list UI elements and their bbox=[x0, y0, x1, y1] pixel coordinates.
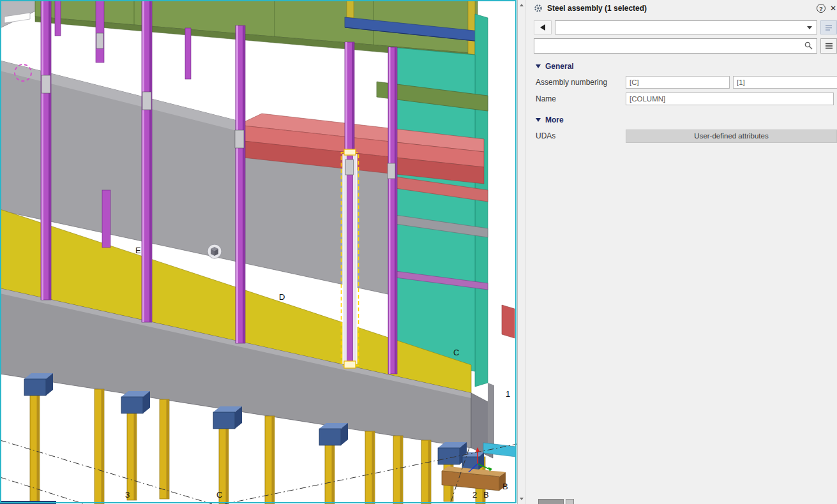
scroll-up-icon bbox=[520, 4, 524, 6]
name-input[interactable] bbox=[626, 93, 834, 105]
selection-handle[interactable] bbox=[344, 149, 356, 155]
red-edge-piece[interactable] bbox=[502, 305, 515, 338]
gray-edge-strip[interactable] bbox=[488, 383, 494, 447]
search-toolbar bbox=[534, 38, 837, 54]
help-icon: ? bbox=[817, 4, 826, 13]
steel-column-stub[interactable] bbox=[102, 190, 110, 248]
steel-column-stub[interactable] bbox=[55, 0, 61, 36]
chevron-down-icon bbox=[807, 26, 812, 29]
udas-row: UDAs User-defined attributes bbox=[525, 128, 837, 144]
steel-column-stub[interactable] bbox=[96, 0, 104, 63]
steel-column[interactable] bbox=[345, 42, 354, 156]
grid-label: 2 bbox=[472, 490, 477, 500]
property-panel: Steel assembly (1 selected) ? ✕ bbox=[525, 0, 837, 504]
modify-button[interactable] bbox=[538, 499, 564, 504]
close-icon: ✕ bbox=[830, 4, 836, 13]
list-icon bbox=[825, 24, 833, 31]
assembly-numbering-row: Assembly numbering bbox=[525, 74, 837, 91]
gear-icon bbox=[534, 4, 543, 13]
steel-column[interactable] bbox=[41, 0, 51, 300]
user-defined-attributes-button[interactable]: User-defined attributes bbox=[626, 130, 837, 143]
steel-column[interactable] bbox=[388, 47, 397, 374]
name-label: Name bbox=[536, 94, 626, 103]
search-field-wrap bbox=[534, 38, 817, 54]
section-more-label: More bbox=[545, 115, 564, 124]
grid-label: 1 bbox=[506, 389, 510, 399]
panel-title: Steel assembly (1 selected) bbox=[547, 4, 812, 13]
application-window: E D C 1 3 C 2 B B bbox=[0, 0, 837, 504]
connection-plate[interactable] bbox=[388, 163, 395, 179]
section-general-label: General bbox=[545, 62, 574, 71]
back-arrow-icon bbox=[540, 24, 545, 31]
back-button[interactable] bbox=[534, 20, 552, 34]
panel-menu-button[interactable] bbox=[820, 38, 837, 54]
udas-label: UDAs bbox=[536, 131, 626, 140]
close-button[interactable]: ✕ bbox=[830, 4, 836, 13]
scroll-down-button[interactable] bbox=[518, 494, 525, 503]
get-button[interactable] bbox=[566, 499, 574, 504]
help-button[interactable]: ? bbox=[817, 4, 826, 13]
profile-toolbar bbox=[534, 20, 837, 34]
yellow-column-top[interactable] bbox=[468, 0, 475, 55]
steel-column[interactable] bbox=[142, 0, 152, 322]
yellow-column-top[interactable] bbox=[347, 0, 354, 18]
assembly-prefix-input[interactable] bbox=[626, 76, 730, 89]
grid-label: E bbox=[135, 246, 141, 255]
scroll-down-icon bbox=[520, 498, 524, 500]
connection-plate[interactable] bbox=[96, 33, 103, 48]
grid-label: C bbox=[453, 348, 459, 357]
viewport-scrollbar[interactable] bbox=[517, 0, 525, 504]
search-input[interactable] bbox=[534, 38, 817, 54]
connection-plate[interactable] bbox=[142, 92, 151, 110]
section-general[interactable]: General bbox=[525, 62, 837, 71]
grid-label: 3 bbox=[125, 490, 130, 500]
cube-cursor-icon bbox=[207, 244, 222, 258]
grid-label: B bbox=[502, 482, 508, 491]
steel-column[interactable] bbox=[236, 26, 245, 343]
connection-plate[interactable] bbox=[235, 130, 244, 148]
model-viewport[interactable]: E D C 1 3 C 2 B B bbox=[0, 0, 517, 504]
name-row: Name bbox=[525, 91, 837, 107]
section-more[interactable]: More bbox=[525, 115, 837, 124]
selection-handle[interactable] bbox=[344, 361, 356, 368]
collapse-triangle-icon bbox=[536, 118, 541, 122]
save-properties-button[interactable] bbox=[820, 20, 837, 34]
grid-label: D bbox=[279, 292, 285, 302]
steel-column-stub[interactable] bbox=[185, 28, 191, 79]
selected-column[interactable] bbox=[342, 149, 359, 368]
collapse-triangle-icon bbox=[536, 64, 541, 68]
assembly-numbering-label: Assembly numbering bbox=[536, 78, 626, 87]
hamburger-icon bbox=[825, 42, 833, 50]
scroll-up-button[interactable] bbox=[518, 1, 525, 10]
grid-label: B bbox=[483, 490, 489, 500]
connection-plate[interactable] bbox=[41, 75, 50, 93]
grid-label: C bbox=[216, 490, 222, 500]
assembly-start-number-input[interactable] bbox=[733, 76, 837, 89]
panel-header: Steel assembly (1 selected) ? ✕ bbox=[525, 0, 837, 17]
property-file-dropdown[interactable] bbox=[555, 20, 817, 34]
